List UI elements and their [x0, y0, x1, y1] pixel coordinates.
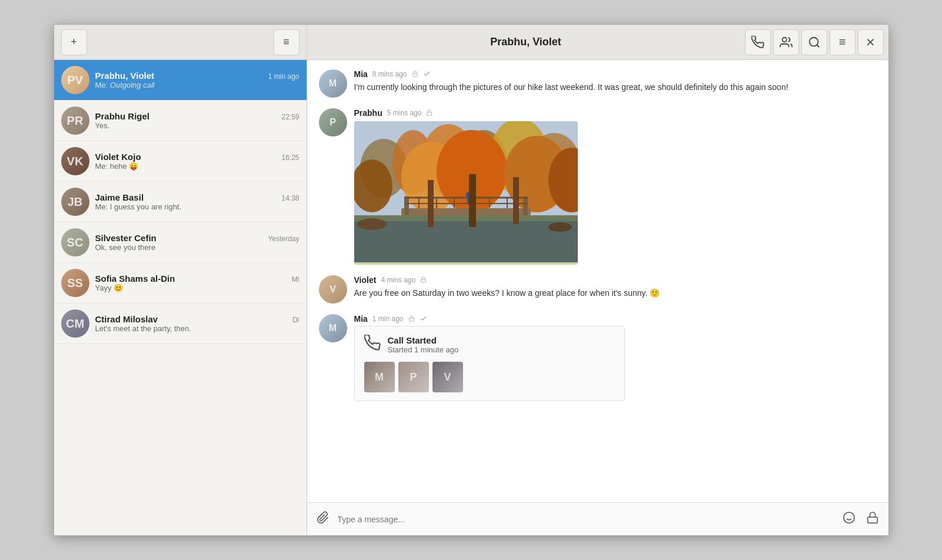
top-bar-left: + ≡ — [54, 25, 307, 59]
contact-preview-violet-kojo: Me: hehe 😛 — [95, 162, 299, 171]
msg-time-msg3: 4 mins ago — [381, 276, 415, 284]
message-row-msg2: PPrabhu5 mins ago — [319, 108, 877, 265]
msg-sender-msg3: Violet — [354, 275, 377, 285]
msg-time-msg1: 8 mins ago — [372, 70, 407, 78]
call-subtitle: Started 1 minute ago — [388, 345, 459, 354]
contact-preview-silvester-cefin: Ok, see you there — [95, 243, 299, 252]
msg-sender-msg4: Mia — [354, 314, 368, 324]
chat-input-bar — [307, 502, 888, 535]
avatar-ctirad-miloslav: CM — [61, 309, 89, 338]
call-title: Call Started — [388, 335, 459, 345]
msg-avatar-msg4: M — [319, 314, 347, 342]
sidebar-contact-sofia-shams[interactable]: SSSofia Shams al-DinMiYayy 😊 — [54, 263, 307, 304]
contact-time-prabhu-violet: 1 min ago — [268, 72, 299, 81]
call-participants: MPV — [364, 362, 615, 392]
call-participant-0: M — [364, 362, 395, 392]
svg-rect-35 — [469, 174, 476, 227]
svg-point-39 — [843, 512, 854, 523]
attachment-icon[interactable] — [314, 509, 332, 529]
contact-time-prabhu-rigel: 22:59 — [281, 113, 299, 121]
sidebar-contact-prabhu-rigel[interactable]: PRPrabhu Rigel22:59Yes. — [54, 101, 307, 141]
lock-icon-msg1 — [412, 71, 418, 78]
lock-send-icon[interactable] — [864, 509, 881, 529]
contact-name-silvester-cefin: Silvester Cefin — [95, 233, 157, 243]
chat-area: MMia8 mins agoI'm currently looking thro… — [307, 60, 888, 535]
avatar-prabhu-rigel: PR — [61, 106, 89, 135]
svg-rect-20 — [404, 196, 409, 215]
contact-preview-prabhu-violet: Me: Outgoing call — [95, 81, 299, 89]
call-phone-icon — [364, 335, 381, 355]
contact-name-sofia-shams: Sofia Shams al-Din — [95, 274, 175, 284]
avatar-jaime-basil: JB — [61, 188, 89, 216]
top-bar: + ≡ Prabhu, Violet — [54, 25, 888, 60]
sidebar-contact-prabhu-violet[interactable]: PVPrabhu, Violet1 min agoMe: Outgoing ca… — [54, 60, 307, 101]
msg-time-msg4: 1 min ago — [372, 315, 404, 323]
check-icon-msg1 — [423, 70, 431, 79]
close-button[interactable]: ✕ — [858, 29, 884, 55]
top-bar-actions: ≡ ✕ — [745, 29, 888, 55]
check-icon-msg4 — [420, 315, 427, 324]
svg-rect-21 — [523, 196, 528, 215]
sidebar-contact-ctirad-miloslav[interactable]: CMCtirad MiloslavDiLet's meet at the par… — [54, 304, 307, 344]
message-row-msg1: MMia8 mins agoI'm currently looking thro… — [319, 69, 877, 98]
svg-line-2 — [817, 45, 819, 47]
call-button[interactable] — [745, 29, 771, 55]
contact-time-sofia-shams: Mi — [292, 275, 299, 284]
svg-rect-4 — [427, 112, 432, 115]
lock-icon-msg3 — [420, 276, 427, 284]
svg-point-0 — [782, 37, 786, 41]
sidebar-contact-jaime-basil[interactable]: JBJaime Basil14:38Me: I guess you are ri… — [54, 182, 307, 222]
sidebar-contact-silvester-cefin[interactable]: SCSilvester CefinYesterdayOk, see you th… — [54, 222, 307, 263]
menu-button[interactable]: ≡ — [274, 29, 299, 55]
msg-sender-msg2: Prabhu — [354, 108, 382, 118]
contact-name-jaime-basil: Jaime Basil — [95, 192, 144, 202]
contact-name-prabhu-rigel: Prabhu Rigel — [95, 111, 150, 121]
new-chat-button[interactable]: + — [61, 29, 87, 55]
contact-name-violet-kojo: Violet Kojo — [95, 152, 141, 162]
svg-rect-36 — [513, 177, 519, 224]
msg-avatar-msg2: P — [319, 108, 347, 136]
avatar-silvester-cefin: SC — [61, 228, 89, 256]
sidebar-contact-violet-kojo[interactable]: VKViolet Kojo16:25Me: hehe 😛 — [54, 141, 307, 182]
avatar-prabhu-violet: PV — [61, 66, 89, 94]
main-layout: PVPrabhu, Violet1 min agoMe: Outgoing ca… — [54, 60, 888, 535]
chat-title: Prabhu, Violet — [307, 36, 745, 48]
contact-time-jaime-basil: 14:38 — [281, 194, 299, 202]
options-button[interactable]: ≡ — [830, 29, 856, 55]
msg-image-msg2 — [354, 121, 578, 265]
contact-name-prabhu-violet: Prabhu, Violet — [95, 71, 155, 81]
msg-time-msg2: 5 mins ago — [387, 109, 422, 117]
message-input[interactable] — [338, 515, 834, 524]
lock-icon-msg2 — [426, 109, 432, 117]
call-participant-1: P — [398, 362, 429, 392]
contact-time-ctirad-miloslav: Di — [292, 316, 299, 324]
app-window: + ≡ Prabhu, Violet — [54, 24, 889, 536]
svg-rect-37 — [421, 279, 425, 282]
sidebar: PVPrabhu, Violet1 min agoMe: Outgoing ca… — [54, 60, 307, 535]
msg-avatar-msg1: M — [319, 69, 347, 98]
msg-text-msg1: I'm currently looking through the pictur… — [354, 81, 877, 94]
search-button[interactable] — [801, 29, 827, 55]
contact-preview-jaime-basil: Me: I guess you are right. — [95, 202, 299, 211]
svg-rect-3 — [412, 74, 417, 76]
emoji-icon[interactable] — [840, 509, 858, 529]
message-row-msg4: MMia1 min agoCall StartedStarted 1 minut… — [319, 314, 877, 401]
svg-rect-19 — [401, 208, 531, 215]
avatar-sofia-shams: SS — [61, 269, 89, 297]
call-participant-2: V — [432, 362, 463, 392]
svg-rect-18 — [354, 221, 578, 262]
msg-sender-msg1: Mia — [354, 69, 368, 79]
avatar-violet-kojo: VK — [61, 147, 89, 175]
svg-rect-42 — [867, 517, 877, 523]
call-box-msg4: Call StartedStarted 1 minute agoMPV — [354, 326, 625, 401]
msg-text-msg3: Are you free on Saturday in two weeks? I… — [354, 287, 877, 299]
contact-name-ctirad-miloslav: Ctirad Miloslav — [95, 314, 158, 324]
svg-rect-34 — [428, 180, 434, 227]
svg-point-1 — [809, 37, 818, 46]
contact-preview-sofia-shams: Yayy 😊 — [95, 284, 299, 292]
lock-icon-msg4 — [408, 315, 415, 323]
contact-time-silvester-cefin: Yesterday — [268, 235, 299, 243]
message-row-msg3: VViolet4 mins agoAre you free on Saturda… — [319, 275, 877, 304]
contacts-button[interactable] — [773, 29, 799, 55]
svg-point-33 — [548, 222, 572, 232]
